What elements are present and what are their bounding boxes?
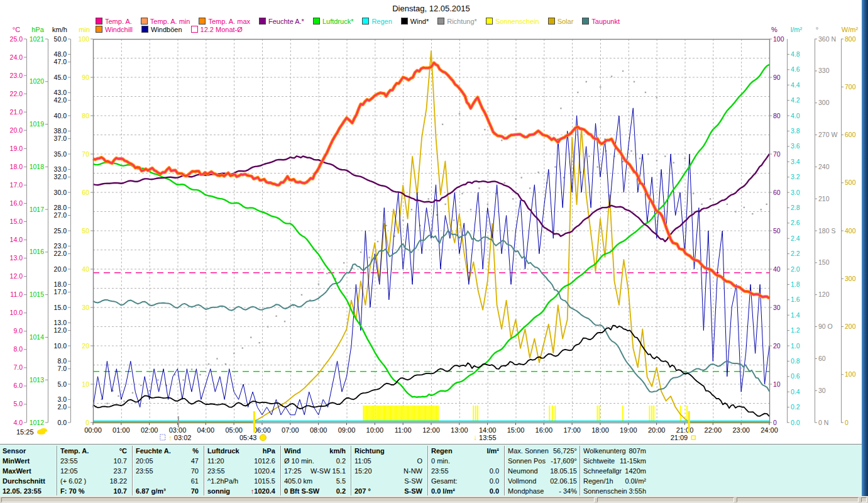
svg-text:2.6: 2.6 bbox=[791, 219, 800, 226]
svg-text:12.0: 12.0 bbox=[54, 326, 67, 334]
svg-text:360 N: 360 N bbox=[818, 35, 836, 43]
info-label: Mondphase bbox=[508, 486, 544, 496]
svg-text:17.0: 17.0 bbox=[54, 288, 67, 296]
weather-app-window: Dienstag, 12.05.2015 Temp. A.Temp. A. mi… bbox=[0, 0, 868, 503]
cell-left: 0 Bft S-SW bbox=[284, 486, 319, 496]
cell-value: 0.2 bbox=[336, 486, 346, 496]
svg-text:40: 40 bbox=[82, 265, 89, 273]
cell-value: 1020.4 bbox=[254, 466, 275, 476]
time-label: 06:00 bbox=[253, 426, 271, 434]
cell-value: 10.7 bbox=[114, 486, 127, 496]
weather-chart-svg: °C25.024.023.022.021.020.019.018.017.016… bbox=[0, 0, 868, 444]
svg-text:300: 300 bbox=[818, 99, 830, 106]
info-label: Wolkenunterg bbox=[583, 446, 626, 456]
axis-header-minutes: min bbox=[79, 26, 90, 33]
svg-text:1.6: 1.6 bbox=[791, 296, 800, 303]
cell-value: S-SW bbox=[404, 476, 422, 486]
svg-text:12.0: 12.0 bbox=[10, 272, 23, 280]
time-label: 15:00 bbox=[507, 426, 525, 434]
time-label: 13:00 bbox=[451, 426, 468, 434]
svg-text:1017: 1017 bbox=[30, 206, 45, 213]
cell-value: N-NW bbox=[404, 466, 422, 476]
event-time: 03:02 bbox=[174, 434, 192, 441]
table-divider bbox=[580, 446, 581, 495]
svg-text:2.8: 2.8 bbox=[791, 204, 800, 211]
svg-text:19.0: 19.0 bbox=[10, 145, 23, 152]
status-pane-0 bbox=[1, 497, 595, 502]
svg-text:3.2: 3.2 bbox=[791, 173, 800, 180]
sensor-row: 11:05O bbox=[354, 456, 422, 466]
moon-event-time: 15:25 bbox=[16, 428, 45, 436]
svg-text:5.0: 5.0 bbox=[13, 400, 23, 407]
cell-left: 11:05 bbox=[354, 456, 371, 466]
cell-left: 23:55 bbox=[207, 466, 225, 476]
table-divider bbox=[504, 446, 505, 495]
svg-text:20.0: 20.0 bbox=[10, 126, 23, 134]
svg-text:0.0: 0.0 bbox=[57, 419, 67, 426]
sensor-row: 0 Bft S-SW0.2 bbox=[284, 486, 346, 496]
cell-left: 15:20 bbox=[354, 466, 372, 476]
svg-text:3.4: 3.4 bbox=[791, 158, 800, 165]
cell-value: 1012.6 bbox=[254, 456, 275, 466]
sensor-row: S-SW bbox=[354, 476, 422, 486]
axis-header-temp: °C bbox=[13, 26, 20, 33]
svg-text:0.4: 0.4 bbox=[791, 388, 800, 395]
svg-text:15.0: 15.0 bbox=[10, 218, 23, 225]
svg-text:80: 80 bbox=[82, 112, 89, 119]
svg-text:2.0: 2.0 bbox=[791, 265, 800, 273]
info-label: Neumond bbox=[508, 466, 538, 476]
svg-text:22.0: 22.0 bbox=[54, 250, 67, 257]
info-label: Sichtweite bbox=[583, 456, 615, 466]
time-label: 21:00 bbox=[676, 426, 694, 434]
svg-text:22.0: 22.0 bbox=[10, 90, 23, 97]
statistics-table: SensorMinWertMaxWertDurchschnitt12.05. 2… bbox=[0, 444, 863, 496]
status-pane-3 bbox=[861, 497, 867, 502]
svg-text:10: 10 bbox=[773, 380, 781, 388]
cell-left: 20:05 bbox=[136, 456, 153, 466]
time-label: 19:00 bbox=[620, 426, 637, 434]
svg-text:1014: 1014 bbox=[30, 333, 45, 341]
cell-value: 23.7 bbox=[114, 466, 127, 476]
svg-text:4.2: 4.2 bbox=[791, 96, 800, 104]
svg-text:330: 330 bbox=[818, 67, 830, 74]
axis-header-direction: ° bbox=[816, 26, 818, 33]
svg-text:1013: 1013 bbox=[30, 376, 45, 384]
cell-value: 61 bbox=[191, 476, 199, 486]
svg-text:300: 300 bbox=[845, 275, 856, 282]
svg-text:1.2: 1.2 bbox=[791, 326, 800, 334]
sunset-square-icon bbox=[691, 436, 695, 439]
sensor-row: 0 min. bbox=[431, 456, 499, 466]
sensor-row: 23:5510.7 bbox=[60, 456, 127, 466]
svg-text:42.0: 42.0 bbox=[54, 96, 67, 104]
table-column-5: Richtung11:05O15:20N-NWS-SW207 °S-SW bbox=[354, 445, 422, 498]
svg-text:0 N: 0 N bbox=[818, 419, 828, 426]
info-value: - 34% bbox=[559, 486, 577, 496]
svg-text:1016: 1016 bbox=[30, 248, 45, 255]
info-row: Sichtweite11-15km bbox=[583, 456, 646, 466]
cell-value: 0.0 bbox=[490, 486, 499, 496]
cell-left: 11:20 bbox=[207, 456, 224, 466]
time-label: 18:00 bbox=[591, 426, 609, 434]
svg-text:0: 0 bbox=[773, 419, 777, 426]
svg-text:48.0: 48.0 bbox=[54, 50, 67, 58]
time-label: 07:00 bbox=[282, 426, 299, 434]
time-label: 10:00 bbox=[366, 426, 384, 434]
svg-text:6.0: 6.0 bbox=[13, 382, 23, 389]
window-edge bbox=[862, 0, 868, 496]
svg-text:100: 100 bbox=[773, 35, 784, 43]
svg-text:60: 60 bbox=[82, 189, 89, 196]
svg-text:10.0: 10.0 bbox=[10, 309, 23, 316]
table-divider bbox=[280, 446, 282, 495]
table-column-0: SensorMinWertMaxWertDurchschnitt12.05. 2… bbox=[3, 445, 55, 498]
cell-left: 405.0 km bbox=[284, 476, 312, 486]
row-label: Sensor bbox=[3, 446, 55, 456]
svg-text:28.0: 28.0 bbox=[54, 204, 67, 211]
cell-value: S-SW bbox=[404, 486, 422, 496]
cell-left: Ø 10 min. bbox=[284, 456, 314, 466]
svg-text:24.0: 24.0 bbox=[10, 53, 23, 61]
sensor-header: Temp. A.°C bbox=[60, 446, 127, 456]
svg-text:35.0: 35.0 bbox=[54, 150, 67, 158]
svg-text:70: 70 bbox=[773, 150, 781, 158]
cell-value: 1015.5 bbox=[254, 476, 275, 486]
svg-text:10.0: 10.0 bbox=[54, 342, 67, 350]
